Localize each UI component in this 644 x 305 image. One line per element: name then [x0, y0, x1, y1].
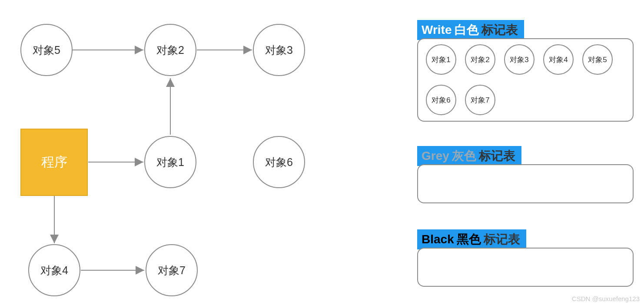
node-o3: 对象3	[253, 24, 305, 76]
node-o7: 对象7	[146, 244, 198, 296]
white-item-1: 对象1	[426, 44, 456, 75]
node-o6: 对象6	[253, 136, 305, 188]
node-o2-label: 对象2	[156, 43, 184, 57]
white-title-1: Write	[422, 23, 452, 37]
black-title-2: 黑色	[457, 231, 481, 248]
node-o4: 对象4	[28, 244, 80, 296]
node-o5-label: 对象5	[33, 43, 60, 57]
node-o3-label: 对象3	[265, 43, 293, 57]
black-title-3: 标记表	[484, 231, 520, 248]
white-item-3: 对象3	[504, 44, 534, 75]
grey-title-1: Grey	[422, 149, 449, 163]
diagram-canvas: 程序 对象5 对象2 对象3 对象1 对象6 对象4 对象7 Write 白色标…	[0, 0, 644, 305]
node-o1-label: 对象1	[156, 155, 184, 169]
node-o5: 对象5	[20, 24, 73, 76]
white-title-3: 标记表	[481, 22, 518, 38]
white-panel-title: Write 白色标记表	[417, 20, 524, 40]
node-o1: 对象1	[144, 136, 196, 188]
grey-panel-box	[417, 164, 634, 203]
black-panel-box	[417, 248, 634, 287]
white-panel-box: 对象1 对象2 对象3 对象4 对象5 对象6 对象7	[417, 38, 634, 122]
white-item-2: 对象2	[465, 44, 495, 75]
black-panel-title: Black 黑色标记表	[417, 229, 526, 249]
program-box: 程序	[20, 129, 88, 196]
white-item-4: 对象4	[543, 44, 574, 75]
node-o7-label: 对象7	[158, 263, 186, 278]
program-label: 程序	[41, 153, 67, 171]
white-item-5: 对象5	[582, 44, 613, 75]
grey-title-3: 标记表	[479, 148, 515, 164]
node-o2: 对象2	[144, 24, 196, 76]
grey-title-2: 灰色	[452, 148, 476, 164]
black-title-1: Black	[422, 232, 454, 246]
white-title-2: 白色	[455, 22, 479, 38]
grey-panel-title: Grey 灰色标记表	[417, 146, 521, 166]
node-o6-label: 对象6	[265, 155, 293, 169]
white-item-7: 对象7	[465, 85, 495, 115]
white-item-6: 对象6	[426, 85, 456, 115]
node-o4-label: 对象4	[40, 263, 68, 278]
watermark: CSDN @suxuefeng123	[572, 295, 640, 302]
